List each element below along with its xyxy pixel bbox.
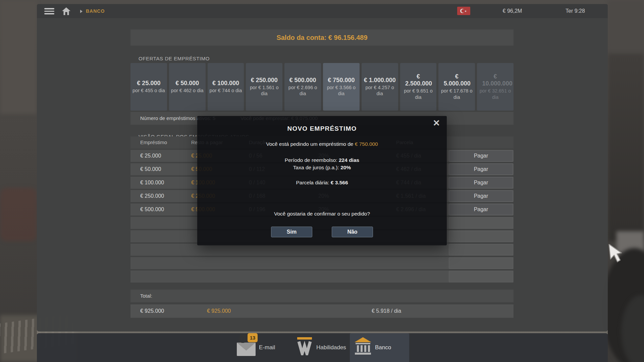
bottom-dock: @ 13 E-mail Habilidades Banco [37, 333, 608, 362]
breadcrumb-arrow-icon [80, 10, 83, 13]
bank-icon[interactable] [355, 337, 371, 356]
svg-text:★: ★ [465, 10, 467, 13]
offer-card-500000[interactable]: € 500.000 por € 2.696 o dia [284, 63, 321, 111]
daily-parcel-line: Parcela diária: € 3.566 [197, 179, 447, 186]
new-loan-dialog: NOVO EMPRÉSTIMO ✕ Você está pedindo um e… [197, 116, 447, 245]
loan-offers-row: € 25.000 por € 455 o dia € 50.000 por € … [130, 63, 514, 111]
offer-card-50000[interactable]: € 50.000 por € 462 o dia [169, 63, 206, 111]
total-label-band: Total: [130, 290, 514, 302]
pay-button-2[interactable]: Pagar [449, 164, 513, 175]
interest-rate-line: Taxa de juros (p.a.): 20% [197, 164, 447, 171]
pay-button-4[interactable]: Pagar [449, 190, 513, 202]
offer-card-2500000[interactable]: € 2.500.000 por € 9.651 o dia [400, 63, 437, 111]
total-parcel: € 5.918 / dia [372, 304, 401, 318]
offers-section-title: OFERTAS DE EMPRÉSTIMO [139, 56, 210, 61]
empty-pay-slot [449, 257, 513, 269]
offer-card-5000000[interactable]: € 5.000.000 por € 17.678 o dia [438, 63, 475, 111]
offer-card-25000[interactable]: € 25.000 por € 455 o dia [130, 63, 167, 111]
empty-row [130, 244, 514, 256]
skills-icon[interactable] [297, 337, 313, 357]
game-time: Ter 9:28 [555, 4, 595, 18]
dialog-title: NOVO EMPRÉSTIMO [197, 125, 447, 132]
empty-pay-slot [449, 231, 513, 242]
yes-button[interactable]: Sim [271, 227, 312, 237]
empty-row [130, 257, 514, 269]
empty-pay-slot [449, 271, 513, 282]
total-loan: € 925.000 [140, 304, 164, 318]
empty-row [130, 270, 514, 283]
repayment-period-line: Período de reembolso: 224 dias [197, 157, 447, 164]
account-balance: Saldo da conta: € 96.156.489 [130, 29, 514, 46]
no-button[interactable]: Não [332, 227, 373, 237]
pay-button-1[interactable]: Pagar [449, 150, 513, 162]
close-icon[interactable]: ✕ [433, 118, 440, 128]
pay-button-5[interactable]: Pagar [449, 204, 513, 215]
at-glyph: @ [238, 333, 248, 344]
requested-amount: € 750.000 [355, 141, 378, 147]
mouse-cursor [608, 243, 625, 265]
offer-card-10000000-disabled: € 10.000.000 por € 32.651 o dia [477, 63, 514, 111]
email-unread-badge: 13 [248, 333, 258, 342]
breadcrumb[interactable]: BANCO [86, 4, 105, 18]
menu-icon[interactable] [44, 8, 54, 14]
offer-card-1000000[interactable]: € 1.000.000 por € 4.257 o dia [362, 63, 398, 111]
dock-item-email-label[interactable]: E-mail [259, 344, 275, 351]
home-icon[interactable] [62, 7, 71, 17]
player-money: € 96,2M [493, 4, 532, 18]
totals-row: € 925.000 € 925.000 € 5.918 / dia [130, 304, 514, 318]
offer-card-250000[interactable]: € 250.000 por € 1.561 o dia [246, 63, 282, 111]
col-header-loan: Empréstimo [140, 136, 167, 148]
confirm-question: Você gostaria de confirmar o seu pedido? [197, 210, 447, 217]
total-remaining: € 925.000 [207, 304, 231, 318]
loan-request-line: Você está pedindo um empréstimo de € 750… [197, 141, 447, 147]
dock-item-bank-label[interactable]: Banco [375, 344, 391, 351]
turkey-flag-icon[interactable]: ★ [457, 7, 470, 15]
email-icon[interactable]: @ 13 [237, 335, 258, 356]
offer-card-750000-selected[interactable]: € 750.000 por € 3.566 o dia [323, 63, 360, 111]
top-bar: BANCO ★ € 96,2M Ter 9:28 [37, 4, 608, 18]
dock-item-skills-label[interactable]: Habilidades [316, 344, 346, 351]
offer-card-100000[interactable]: € 100.000 por € 744 o dia [208, 63, 244, 111]
empty-pay-slot [449, 217, 513, 229]
pay-button-3[interactable]: Pagar [449, 177, 513, 188]
empty-pay-slot [449, 244, 513, 255]
